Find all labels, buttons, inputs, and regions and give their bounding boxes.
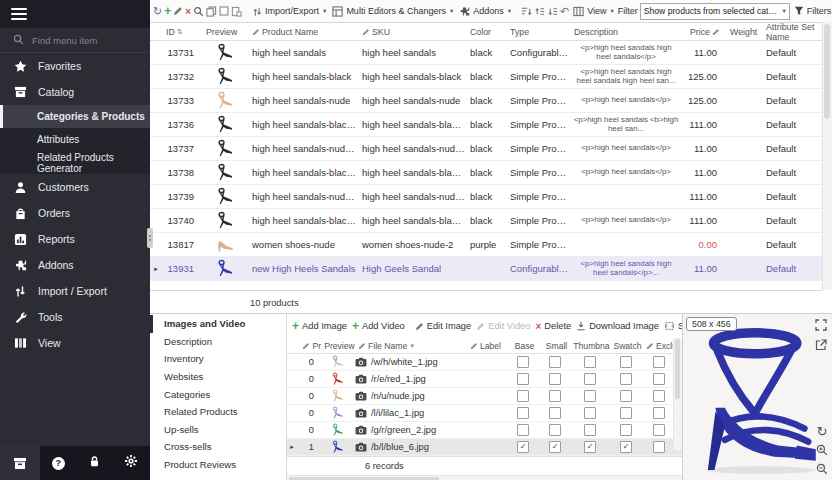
column-header-price[interactable]: Price xyxy=(682,27,726,37)
image-column-header-swatch[interactable]: Swatch xyxy=(609,341,643,351)
sidebar-item-reports[interactable]: Reports xyxy=(0,226,150,252)
image-row-b-l-blue-6-jpg[interactable]: ▸ 1 /b/l/blue_6.jpg ✓✓✓✓ xyxy=(287,439,682,456)
tab-description[interactable]: Description xyxy=(150,333,286,351)
image-row-w-h-white-1-jpg[interactable]: 0 /w/h/white_1.jpg xyxy=(287,354,682,371)
product-row-13817[interactable]: 13817 women shoes-nude women shoes-nude-… xyxy=(150,233,832,257)
checkbox-thumbna[interactable]: ✓ xyxy=(584,441,596,453)
column-header-weight[interactable]: Weight xyxy=(726,27,762,37)
checkbox-base[interactable] xyxy=(517,373,529,385)
column-header-sku[interactable]: SKU xyxy=(358,27,466,37)
tab-categories[interactable]: Categories xyxy=(150,385,286,403)
checkbox-small[interactable] xyxy=(549,424,561,436)
column-header-attribute-set-name[interactable]: Attribute Set Name xyxy=(762,22,823,42)
filters-button[interactable]: Filters▾ xyxy=(792,6,832,16)
checkbox-exclude[interactable] xyxy=(653,424,665,436)
images-grid-hscrollbar[interactable] xyxy=(287,475,682,480)
sidebar-item-view[interactable]: View xyxy=(0,330,150,356)
download-image-button[interactable]: Download Image xyxy=(576,321,659,331)
checkbox-swatch[interactable] xyxy=(620,373,632,385)
image-column-header-label[interactable]: Label xyxy=(467,341,507,351)
delete-image-button[interactable]: ×Delete xyxy=(535,321,571,332)
image-row-l-i-lilac-1-jpg[interactable]: 0 /l/i/lilac_1.jpg xyxy=(287,405,682,422)
tab-up-sells[interactable]: Up-sells xyxy=(150,421,286,439)
tab-websites[interactable]: Websites xyxy=(150,368,286,386)
add-video-button[interactable]: +Add Video xyxy=(352,319,405,333)
column-header-id[interactable]: ID⇅ xyxy=(162,27,202,37)
checkbox-thumbna[interactable] xyxy=(584,390,596,402)
column-header-type[interactable]: Type xyxy=(506,27,570,37)
sidebar-item-import-export[interactable]: Import / Export xyxy=(0,278,150,304)
column-header-description[interactable]: Description xyxy=(570,27,682,37)
product-row-13737[interactable]: 13737 high heel sandals-nude-36 high hee… xyxy=(150,137,832,161)
image-column-header-file-name[interactable]: File Name▼ xyxy=(355,341,467,351)
column-header-color[interactable]: Color xyxy=(466,27,506,37)
column-header-product-name[interactable]: Product Name xyxy=(248,27,358,37)
move-up-icon[interactable] xyxy=(534,4,545,19)
sort-az-icon[interactable] xyxy=(521,4,532,19)
open-external-icon[interactable] xyxy=(814,338,828,352)
add-image-button[interactable]: +Add Image xyxy=(292,319,347,333)
fullscreen-icon[interactable] xyxy=(814,318,828,332)
checkbox-swatch[interactable] xyxy=(620,407,632,419)
image-column-header-thumbna[interactable]: Thumbna xyxy=(571,341,609,351)
checkbox-exclude[interactable] xyxy=(653,373,665,385)
checkbox-swatch[interactable] xyxy=(620,356,632,368)
add-product-icon[interactable]: + xyxy=(164,4,171,19)
product-row-13731[interactable]: 13731 high heel sandals high heel sandal… xyxy=(150,41,832,65)
column-header-preview[interactable]: Preview xyxy=(202,27,248,37)
checkbox-base[interactable] xyxy=(517,424,529,436)
panel-splitter-handle[interactable] xyxy=(147,228,153,248)
checkbox-exclude[interactable] xyxy=(653,441,665,453)
sidebar-item-related-products-generator[interactable]: Related Products Generator xyxy=(0,151,150,174)
checkbox-base[interactable] xyxy=(517,356,529,368)
checkbox-thumbna[interactable] xyxy=(584,356,596,368)
checkbox-swatch[interactable]: ✓ xyxy=(620,441,632,453)
product-row-13732[interactable]: 13732 high heel sandals-black high heel … xyxy=(150,65,832,89)
checkbox-small[interactable] xyxy=(549,407,561,419)
image-row-g-r-green-2-jpg[interactable]: 0 /g/r/green_2.jpg xyxy=(287,422,682,439)
rotate-icon[interactable]: ↻ xyxy=(815,424,829,438)
checkbox-base[interactable] xyxy=(517,407,529,419)
hamburger-menu-icon[interactable] xyxy=(11,6,27,23)
revert-icon[interactable]: ↶ xyxy=(560,4,569,19)
image-row-n-u-nude-jpg[interactable]: 0 /n/u/nude.jpg xyxy=(287,388,682,405)
catalog-shortcut-icon[interactable] xyxy=(0,446,40,480)
sidebar-item-tools[interactable]: Tools xyxy=(0,304,150,330)
checkbox-tool-icon[interactable] xyxy=(219,4,229,19)
zoom-in-icon[interactable] xyxy=(815,443,829,457)
menu-view[interactable]: View▾ xyxy=(571,6,616,17)
copy-icon[interactable] xyxy=(206,4,217,19)
image-row-r-e-red-1-jpg[interactable]: 0 /r/e/red_1.jpg xyxy=(287,371,682,388)
menu-addons[interactable]: Addons▾ xyxy=(457,6,513,17)
product-row-13739[interactable]: 13739 high heel sandals-nude-37 high hee… xyxy=(150,185,832,209)
checkbox-small[interactable] xyxy=(549,356,561,368)
tab-product-reviews[interactable]: Product Reviews xyxy=(150,456,286,474)
refresh-icon[interactable]: ↻ xyxy=(153,4,162,19)
checkbox-base[interactable]: ✓ xyxy=(517,441,529,453)
images-grid-vscrollbar[interactable] xyxy=(673,338,682,450)
search-products-icon[interactable] xyxy=(193,4,204,19)
edit-product-icon[interactable] xyxy=(173,4,183,19)
sidebar-item-catalog[interactable]: Catalog xyxy=(0,79,150,105)
checkbox-small[interactable]: ✓ xyxy=(549,441,561,453)
menu-import-export[interactable]: Import/Export▾ xyxy=(250,6,328,17)
edit-video-button[interactable]: Edit Video xyxy=(476,321,530,331)
image-column-header-base[interactable]: Base xyxy=(507,341,539,351)
tab-inventory[interactable]: Inventory xyxy=(150,350,286,368)
edit-image-button[interactable]: Edit Image xyxy=(415,321,471,331)
zoom-out-icon[interactable] xyxy=(815,462,829,476)
tab-cross-sells[interactable]: Cross-sells xyxy=(150,438,286,456)
checkbox-thumbna[interactable] xyxy=(584,424,596,436)
sidebar-item-orders[interactable]: Orders xyxy=(0,200,150,226)
set-resize-rule-button[interactable]: Set Resize Rule xyxy=(664,321,682,331)
checkbox-base[interactable] xyxy=(517,390,529,402)
tab-images-and-video[interactable]: Images and Video xyxy=(150,315,286,333)
checkbox-small[interactable] xyxy=(549,373,561,385)
paste-icon[interactable] xyxy=(231,4,242,19)
image-column-header-small[interactable]: Small xyxy=(539,341,571,351)
product-row-13738[interactable]: 13738 high heel sandals-black-37 high he… xyxy=(150,161,832,185)
product-row-13733[interactable]: 13733 high heel sandals-nude high heel s… xyxy=(150,89,832,113)
checkbox-thumbna[interactable] xyxy=(584,407,596,419)
lock-icon[interactable] xyxy=(88,454,101,472)
checkbox-swatch[interactable] xyxy=(620,390,632,402)
